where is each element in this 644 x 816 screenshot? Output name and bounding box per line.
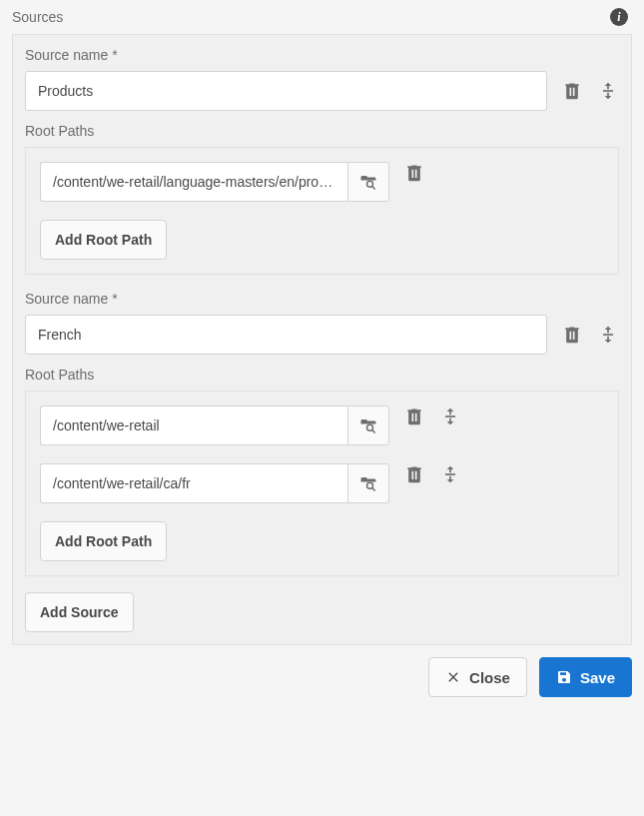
root-path-row: [40, 406, 604, 445]
root-path-row: [40, 162, 604, 202]
save-icon: [556, 669, 572, 685]
reorder-path-button[interactable]: [439, 463, 461, 485]
close-label: Close: [469, 669, 510, 686]
close-button[interactable]: Close: [428, 657, 527, 697]
root-path-input[interactable]: [40, 463, 347, 503]
reorder-source-button[interactable]: [597, 80, 619, 102]
root-path-row: [40, 463, 604, 503]
browse-path-button[interactable]: [347, 463, 389, 503]
add-source-button[interactable]: Add Source: [25, 592, 134, 632]
root-paths-label: Root Paths: [25, 123, 619, 139]
panel-title: Sources: [12, 9, 63, 25]
reorder-path-button[interactable]: [439, 406, 461, 427]
delete-path-button[interactable]: [403, 162, 425, 184]
close-icon: [445, 669, 461, 685]
browse-path-button[interactable]: [347, 406, 389, 445]
source-name-label: Source name *: [25, 47, 619, 63]
reorder-source-button[interactable]: [597, 324, 619, 346]
add-root-path-button[interactable]: Add Root Path: [40, 521, 167, 561]
sources-container: Source name * Root Paths Add Root Path S…: [12, 34, 632, 645]
root-path-input[interactable]: [40, 162, 347, 202]
dialog-footer: Close Save: [12, 645, 632, 697]
source-name-input[interactable]: [25, 71, 547, 111]
save-button[interactable]: Save: [539, 657, 632, 697]
delete-source-button[interactable]: [561, 80, 583, 102]
root-paths-container: Add Root Path: [25, 147, 619, 275]
source-name-label: Source name *: [25, 291, 619, 307]
browse-path-button[interactable]: [347, 162, 389, 202]
root-path-input[interactable]: [40, 406, 347, 445]
root-paths-container: Add Root Path: [25, 391, 619, 576]
save-label: Save: [580, 669, 615, 686]
add-root-path-button[interactable]: Add Root Path: [40, 220, 167, 260]
delete-path-button[interactable]: [403, 463, 425, 485]
source-block: Source name * Root Paths: [25, 291, 619, 576]
source-block: Source name * Root Paths Add Root Path: [25, 47, 619, 275]
info-icon[interactable]: i: [610, 8, 628, 26]
delete-source-button[interactable]: [561, 324, 583, 346]
delete-path-button[interactable]: [403, 406, 425, 427]
source-name-input[interactable]: [25, 315, 547, 355]
root-paths-label: Root Paths: [25, 367, 619, 383]
